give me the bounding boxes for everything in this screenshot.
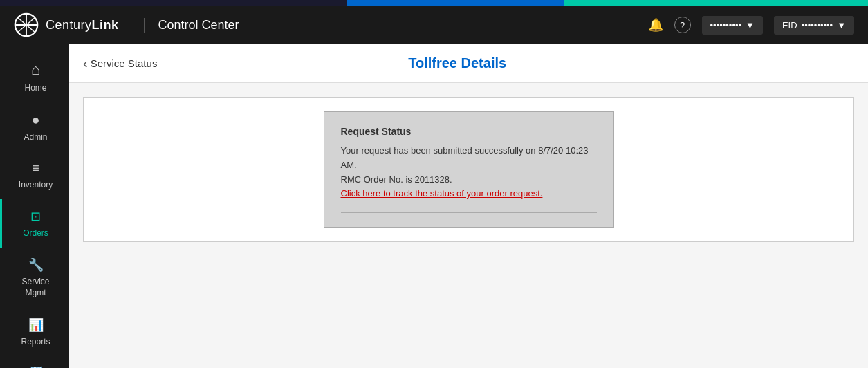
sidebar-label-home: Home xyxy=(24,83,46,93)
admin-icon: ● xyxy=(31,112,39,128)
orders-icon: ⊡ xyxy=(30,209,41,224)
sidebar-label-admin: Admin xyxy=(24,132,47,142)
sidebar: ⌂ Home ● Admin ≡ Inventory ⊡ Orders 🔧 Se… xyxy=(0,44,69,368)
sidebar-item-home[interactable]: ⌂ Home xyxy=(0,51,69,102)
eid-prefix: EID xyxy=(782,20,797,30)
eid-value: •••••••••• xyxy=(802,20,833,30)
sidebar-label-inventory: Inventory xyxy=(19,180,53,190)
user-chevron: ▼ xyxy=(746,20,755,30)
header: CenturyLink Control Center 🔔 ? •••••••••… xyxy=(0,6,868,44)
sidebar-item-orders[interactable]: ⊡ Orders xyxy=(0,199,69,248)
sidebar-label-service-mgmt: ServiceMgmt xyxy=(21,277,49,298)
inventory-icon: ≡ xyxy=(32,161,39,176)
content-frame: Request Status Your request has been sub… xyxy=(83,97,854,242)
sidebar-label-orders: Orders xyxy=(23,228,48,238)
bell-icon[interactable]: 🔔 xyxy=(648,17,663,33)
service-mgmt-icon: 🔧 xyxy=(28,257,44,273)
status-title: Request Status xyxy=(341,126,597,137)
eid-chevron: ▼ xyxy=(837,20,846,30)
sidebar-item-admin[interactable]: ● Admin xyxy=(0,102,69,151)
sidebar-item-reports[interactable]: 📊 Reports xyxy=(0,308,69,356)
sidebar-item-service-mgmt[interactable]: 🔧 ServiceMgmt xyxy=(0,248,69,308)
main-layout: ⌂ Home ● Admin ≡ Inventory ⊡ Orders 🔧 Se… xyxy=(0,44,868,368)
logo: CenturyLink xyxy=(14,12,119,37)
content-area: ‹ Service Status Tollfree Details Reques… xyxy=(69,44,868,368)
status-box: Request Status Your request has been sub… xyxy=(324,111,614,228)
header-right: 🔔 ? •••••••••• ▼ EID •••••••••• ▼ xyxy=(648,16,854,35)
order-tracking-link[interactable]: Click here to track the status of your o… xyxy=(341,188,543,199)
logo-text: CenturyLink xyxy=(46,18,119,33)
back-label: Service Status xyxy=(91,57,158,69)
sidebar-item-inventory[interactable]: ≡ Inventory xyxy=(0,151,69,199)
help-icon[interactable]: ? xyxy=(674,17,691,33)
back-link[interactable]: ‹ Service Status xyxy=(83,55,157,71)
sidebar-item-billing[interactable]: 🧾 Billing xyxy=(0,356,69,368)
top-bar xyxy=(0,0,868,6)
content-body: Request Status Your request has been sub… xyxy=(69,83,868,368)
page-title: Tollfree Details xyxy=(157,55,854,71)
status-message-line2: RMC Order No. is 2011328. xyxy=(341,174,452,185)
sub-header: ‹ Service Status Tollfree Details xyxy=(69,44,868,83)
header-left: CenturyLink Control Center xyxy=(14,12,239,37)
app-title: Control Center xyxy=(144,18,239,33)
logo-icon xyxy=(14,12,39,37)
reports-icon: 📊 xyxy=(28,318,44,333)
eid-dropdown[interactable]: EID •••••••••• ▼ xyxy=(774,16,854,35)
back-arrow-icon: ‹ xyxy=(83,55,88,71)
status-message-line1: Your request has been submitted successf… xyxy=(341,145,589,170)
sidebar-label-reports: Reports xyxy=(21,337,50,347)
user-label: •••••••••• xyxy=(710,20,742,30)
status-divider xyxy=(341,212,597,213)
status-message: Your request has been submitted successf… xyxy=(341,144,597,201)
user-dropdown[interactable]: •••••••••• ▼ xyxy=(702,16,763,35)
home-icon: ⌂ xyxy=(31,61,40,79)
